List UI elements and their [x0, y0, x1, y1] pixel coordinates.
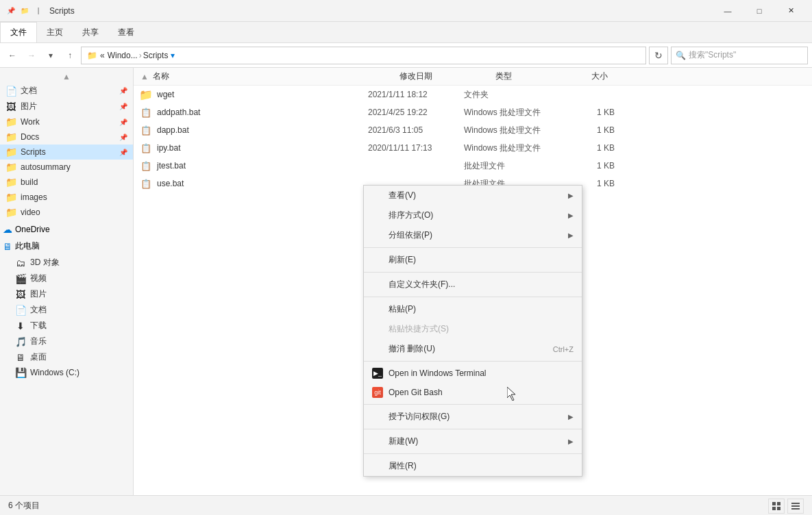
forward-button[interactable]: →	[23, 47, 40, 64]
sidebar-item-scripts[interactable]: 📁 Scripts 📌	[0, 145, 133, 160]
maximize-button[interactable]: □	[743, 0, 775, 22]
ctx-refresh[interactable]: 刷新(E)	[364, 250, 582, 270]
title-bar-icons: 📌 📁 |	[5, 5, 44, 16]
sort-arrow: ▶	[568, 212, 574, 219]
dapp-date: 2021/6/3 11:05	[368, 125, 464, 135]
file-row-jtest[interactable]: 📋 jtest.bat 批处理文件 1 KB	[134, 157, 812, 175]
sidebar-item-work[interactable]: 📁 Work 📌	[0, 114, 133, 129]
docs-icon: 📁	[5, 131, 16, 142]
list-view-button[interactable]	[787, 499, 804, 514]
ctx-customize[interactable]: 自定义文件夹(F)...	[364, 275, 582, 294]
grid-view-button[interactable]	[768, 499, 785, 514]
back-button[interactable]: ←	[4, 47, 21, 64]
documents-pc-icon: 📄	[15, 305, 26, 316]
column-header-name[interactable]: 名称	[153, 71, 399, 82]
tab-home[interactable]: 主页	[37, 22, 73, 42]
title-bar: 📌 📁 | Scripts — □ ✕	[0, 0, 812, 22]
sidebar-item-autosummary[interactable]: 📁 autosummary	[0, 160, 133, 175]
view-toggle	[768, 499, 804, 514]
ctx-open-terminal[interactable]: ▶_ Open in Windows Terminal	[364, 364, 582, 383]
view-arrow: ▶	[568, 192, 574, 199]
search-icon: 🔍	[676, 51, 686, 60]
tab-view[interactable]: 查看	[108, 22, 144, 42]
sidebar-item-pictures-pc[interactable]: 🖼 图片	[0, 286, 133, 302]
file-row-wget[interactable]: 📁 wget 2021/1/11 18:12 文件夹	[134, 86, 812, 103]
tab-share[interactable]: 共享	[73, 22, 108, 42]
column-header-date[interactable]: 修改日期	[399, 71, 495, 82]
wget-date: 2021/1/11 18:12	[368, 90, 464, 99]
sidebar-item-onedrive[interactable]: ☁ OneDrive	[0, 224, 133, 235]
images-icon: 📁	[5, 192, 16, 203]
path-dropdown[interactable]: ▾	[171, 51, 175, 60]
sidebar-item-pictures[interactable]: 🖼 图片 📌	[0, 99, 133, 114]
this-pc-icon: 🖥	[3, 241, 12, 252]
addpath-icon: 📋	[139, 105, 153, 119]
address-path[interactable]: 📁 « Windo... › Scripts ▾	[81, 47, 646, 64]
ctx-group-label: 分组依据(P)	[389, 229, 432, 241]
search-box[interactable]: 🔍 搜索"Scripts"	[671, 47, 808, 64]
sidebar-item-video[interactable]: 📁 video	[0, 205, 133, 220]
build-icon: 📁	[5, 177, 16, 188]
addpath-size: 1 KB	[560, 108, 615, 117]
sidebar-label-build: build	[21, 177, 38, 187]
wget-type: 文件夹	[464, 89, 560, 101]
scripts-icon: 📁	[5, 147, 16, 158]
ctx-terminal-label: Open in Windows Terminal	[389, 368, 487, 378]
sidebar-scroll-up[interactable]: ▲	[0, 71, 133, 83]
sidebar-item-build[interactable]: 📁 build	[0, 175, 133, 190]
sidebar-item-images[interactable]: 📁 images	[0, 190, 133, 205]
sidebar-item-docs[interactable]: 📁 Docs 📌	[0, 129, 133, 145]
sidebar-label-documents: 文档	[21, 85, 37, 97]
undo-shortcut: Ctrl+Z	[553, 345, 574, 353]
video-icon: 📁	[5, 207, 16, 218]
jtest-icon: 📋	[139, 159, 153, 173]
ctx-undo[interactable]: 撤消 删除(U) Ctrl+Z	[364, 339, 582, 359]
sidebar-item-desktop[interactable]: 🖥 桌面	[0, 349, 133, 365]
sidebar-item-windows-c[interactable]: 💾 Windows (C:)	[0, 365, 133, 380]
ctx-group[interactable]: 分组依据(P) ▶	[364, 225, 582, 245]
ctx-new[interactable]: 新建(W) ▶	[364, 431, 582, 451]
sidebar-label-downloads: 下载	[30, 320, 47, 331]
file-row-dapp[interactable]: 📋 dapp.bat 2021/6/3 11:05 Windows 批处理文件 …	[134, 121, 812, 139]
sidebar-item-videos[interactable]: 🎬 视频	[0, 271, 133, 286]
autosummary-icon: 📁	[5, 162, 16, 173]
sidebar-item-downloads[interactable]: ⬇ 下载	[0, 318, 133, 334]
ctx-view[interactable]: 查看(V) ▶	[364, 186, 582, 205]
sidebar-label-pictures: 图片	[21, 101, 37, 112]
minimize-button[interactable]: —	[712, 0, 743, 22]
sidebar-label-3d: 3D 对象	[30, 257, 60, 268]
paste-shortcut-icon	[372, 324, 383, 335]
recent-button[interactable]: ▾	[42, 47, 59, 64]
sidebar-item-3d[interactable]: 🗂 3D 对象	[0, 255, 133, 271]
ctx-paste[interactable]: 粘贴(P)	[364, 299, 582, 319]
addpath-type: Windows 批处理文件	[464, 107, 560, 118]
sidebar-item-music[interactable]: 🎵 音乐	[0, 334, 133, 349]
windows-c-icon: 💾	[15, 367, 26, 378]
svg-rect-0	[772, 502, 776, 505]
sort-toggle[interactable]: ▲	[139, 72, 150, 81]
ctx-sort-label: 排序方式(O)	[389, 210, 433, 221]
refresh-button[interactable]: ↻	[649, 47, 668, 64]
ctx-customize-label: 自定义文件夹(F)...	[389, 279, 455, 290]
ctx-access[interactable]: 授予访问权限(G) ▶	[364, 407, 582, 427]
wget-folder-icon: 📁	[139, 88, 153, 101]
sidebar-label-work: Work	[21, 117, 40, 127]
column-header-type[interactable]: 类型	[495, 71, 591, 82]
file-row-ipy[interactable]: 📋 ipy.bat 2020/11/11 17:13 Windows 批处理文件…	[134, 139, 812, 157]
ctx-sep-5	[364, 404, 582, 405]
videos-icon: 🎬	[15, 273, 26, 284]
close-button[interactable]: ✕	[775, 0, 807, 22]
ctx-paste-shortcut[interactable]: 粘贴快捷方式(S)	[364, 319, 582, 339]
access-icon	[372, 412, 383, 423]
tab-file[interactable]: 文件	[0, 22, 37, 42]
column-header-size[interactable]: 大小	[591, 71, 646, 82]
path-chevron: ›	[139, 51, 142, 60]
sidebar-item-documents-pc[interactable]: 📄 文档	[0, 302, 133, 318]
up-button[interactable]: ↑	[62, 47, 78, 64]
ctx-sort[interactable]: 排序方式(O) ▶	[364, 205, 582, 225]
ctx-properties[interactable]: 属性(R)	[364, 456, 582, 476]
file-row-addpath[interactable]: 📋 addpath.bat 2021/4/25 19:22 Windows 批处…	[134, 103, 812, 121]
sidebar-item-this-pc[interactable]: 🖥 此电脑	[0, 239, 133, 253]
ctx-open-git-bash[interactable]: git Open Git Bash	[364, 383, 582, 402]
sidebar-item-documents[interactable]: 📄 文档 📌	[0, 83, 133, 99]
